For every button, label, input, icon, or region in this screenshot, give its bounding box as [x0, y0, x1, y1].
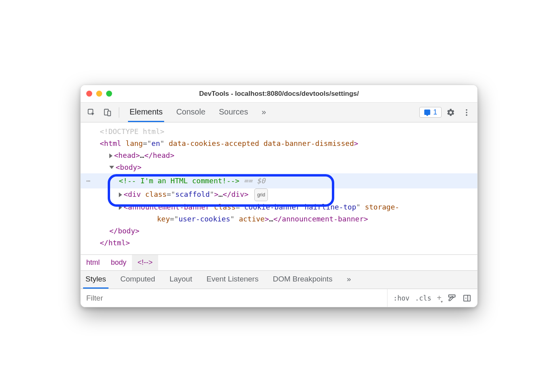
body-close-node[interactable]: </body>	[81, 225, 477, 237]
toggle-sidebar-icon[interactable]	[462, 293, 472, 303]
crumb-html[interactable]: html	[81, 255, 105, 270]
styles-filter-input[interactable]	[81, 289, 387, 307]
tab-elements[interactable]: Elements	[128, 103, 164, 122]
paintbrush-icon[interactable]	[447, 293, 457, 303]
stab-dombreakpoints[interactable]: DOM Breakpoints	[270, 271, 335, 289]
chevron-down-icon[interactable]	[109, 166, 114, 169]
inspect-element-icon[interactable]	[85, 106, 98, 119]
tab-sources[interactable]: Sources	[217, 103, 250, 122]
stab-styles[interactable]: Styles	[83, 271, 108, 289]
stab-eventlisteners[interactable]: Event Listeners	[204, 271, 261, 289]
minimize-window-icon[interactable]	[96, 91, 102, 97]
svg-rect-6	[449, 295, 455, 297]
doctype-node[interactable]: <!DOCTYPE html>	[81, 126, 477, 138]
tab-more[interactable]: »	[260, 103, 267, 122]
dom-breadcrumbs: html body <!-->	[81, 254, 477, 270]
window-title: DevTools - localhost:8080/docs/devtools/…	[81, 90, 477, 98]
html-close-node[interactable]: </html>	[81, 237, 477, 249]
chevron-right-icon[interactable]	[119, 205, 122, 210]
settings-gear-icon[interactable]	[444, 106, 457, 119]
crumb-body[interactable]: body	[105, 255, 132, 270]
stab-layout[interactable]: Layout	[167, 271, 194, 289]
svg-point-4	[466, 112, 467, 113]
crumb-comment[interactable]: <!-->	[132, 255, 158, 270]
maximize-window-icon[interactable]	[106, 91, 112, 97]
svg-point-5	[466, 114, 467, 116]
styles-tabstrip: Styles Computed Layout Event Listeners D…	[81, 270, 477, 289]
svg-rect-7	[464, 295, 471, 301]
body-node[interactable]: <body>	[81, 161, 477, 173]
tab-console[interactable]: Console	[174, 103, 207, 122]
devtools-window: DevTools - localhost:8080/docs/devtools/…	[80, 85, 478, 307]
toolbar-divider	[119, 107, 119, 118]
stab-computed[interactable]: Computed	[118, 271, 158, 289]
issues-count: 1	[433, 108, 437, 116]
announcement-banner-node[interactable]: <announcement-banner class="cookie-banne…	[81, 201, 477, 225]
chevron-right-icon[interactable]	[109, 153, 112, 158]
traffic-lights	[86, 91, 112, 97]
svg-rect-2	[108, 111, 110, 116]
kebab-menu-icon[interactable]	[460, 106, 473, 119]
div-scaffold-node[interactable]: <div class="scaffold">…</div> grid	[81, 188, 477, 201]
ellipsis-icon[interactable]: ⋯	[86, 175, 91, 187]
issues-badge[interactable]: 1	[419, 107, 442, 118]
chevron-right-icon[interactable]	[119, 192, 122, 197]
elements-tree[interactable]: <!DOCTYPE html> <html lang="en" data-coo…	[81, 122, 477, 254]
stab-more[interactable]: »	[344, 271, 353, 289]
panel-tabs: Elements Console Sources »	[128, 103, 267, 122]
hov-toggle[interactable]: :hov	[393, 294, 409, 302]
close-window-icon[interactable]	[86, 91, 92, 97]
device-toolbar-icon[interactable]	[101, 106, 114, 119]
grid-badge[interactable]: grid	[254, 188, 268, 201]
head-node[interactable]: <head>…</head>	[81, 149, 477, 161]
html-node[interactable]: <html lang="en" data-cookies-accepted da…	[81, 138, 477, 149]
styles-filter-tools: :hov .cls +▾	[387, 289, 477, 307]
new-style-rule-icon[interactable]: +▾	[437, 293, 442, 303]
titlebar: DevTools - localhost:8080/docs/devtools/…	[81, 85, 477, 103]
selected-comment-node[interactable]: ⋯ <!-- I'm an HTML comment!--> == $0	[81, 173, 477, 188]
styles-filter-row: :hov .cls +▾	[81, 289, 477, 307]
cls-toggle[interactable]: .cls	[415, 294, 431, 302]
svg-point-3	[466, 109, 467, 111]
main-toolbar: Elements Console Sources » 1	[81, 103, 477, 122]
